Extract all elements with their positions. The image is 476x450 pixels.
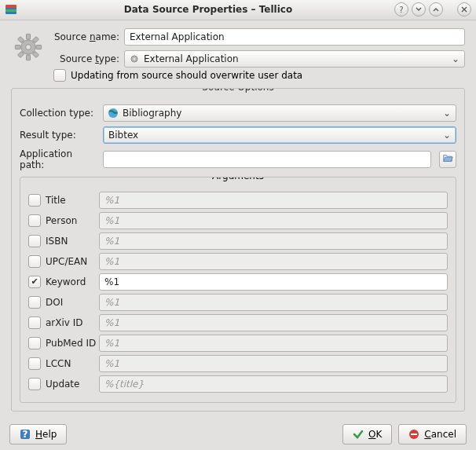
app-path-label: Application path: (20, 148, 98, 170)
gear-small-icon (128, 53, 141, 65)
source-type-label: Source type: (53, 53, 119, 64)
result-type-value: Bibtex (108, 130, 441, 141)
argument-row: Keyword (28, 273, 448, 291)
argument-label: Keyword (46, 276, 94, 287)
top-form-fields: Source name: Source type: External Appli… (53, 28, 465, 68)
cancel-button[interactable]: Cancel (398, 424, 467, 445)
titlebar-buttons: ? (394, 2, 471, 16)
titlebar: Data Source Properties – Tellico ? (0, 0, 476, 20)
top-form: Source name: Source type: External Appli… (11, 28, 465, 68)
argument-checkbox[interactable] (28, 316, 41, 329)
argument-row: UPC/EAN (28, 253, 448, 270)
content-area: Source name: Source type: External Appli… (0, 20, 476, 419)
argument-checkbox[interactable] (28, 214, 41, 227)
argument-row: ISBN (28, 232, 448, 250)
argument-input[interactable] (99, 253, 448, 270)
argument-input[interactable] (99, 355, 448, 372)
svg-rect-8 (36, 45, 42, 49)
argument-row: Update (28, 375, 448, 393)
collection-type-label: Collection type: (20, 108, 98, 119)
source-type-value: External Application (144, 53, 450, 64)
argument-label: arXiv ID (46, 317, 94, 328)
argument-label: Title (46, 195, 94, 206)
button-bar: ? Help OK Cancel (0, 419, 476, 450)
argument-input[interactable] (99, 314, 448, 331)
svg-point-4 (26, 44, 31, 49)
app-icon (5, 3, 17, 16)
argument-input[interactable] (99, 192, 448, 209)
chevron-down-icon: ⌄ (450, 53, 461, 64)
argument-checkbox[interactable] (28, 276, 41, 288)
svg-point-14 (134, 57, 136, 60)
gear-icon (13, 31, 44, 63)
minimize-button[interactable] (412, 2, 426, 16)
svg-rect-19 (411, 434, 417, 435)
argument-label: Update (46, 379, 94, 390)
svg-rect-2 (5, 9, 16, 12)
argument-checkbox[interactable] (28, 235, 41, 247)
overwrite-checkbox[interactable] (53, 69, 66, 82)
argument-checkbox[interactable] (28, 337, 41, 349)
argument-label: UPC/EAN (46, 256, 94, 267)
argument-input[interactable] (99, 232, 448, 250)
argument-label: PubMed ID (46, 338, 94, 349)
argument-checkbox[interactable] (28, 194, 41, 207)
argument-row: LCCN (28, 355, 448, 372)
browse-button[interactable] (439, 151, 456, 168)
app-path-input[interactable] (103, 151, 431, 168)
arguments-title: Arguments (207, 177, 269, 181)
svg-rect-6 (27, 55, 31, 60)
argument-checkbox[interactable] (28, 296, 41, 309)
argument-input[interactable] (99, 375, 448, 393)
ok-icon (353, 429, 364, 440)
ok-button[interactable]: OK (342, 424, 392, 445)
maximize-button[interactable] (429, 2, 443, 16)
argument-row: arXiv ID (28, 314, 448, 331)
arguments-list: TitlePersonISBNUPC/EANKeywordDOIarXiv ID… (28, 192, 448, 393)
svg-text:?: ? (23, 429, 28, 440)
arguments-group: Arguments TitlePersonISBNUPC/EANKeywordD… (20, 177, 456, 403)
argument-checkbox[interactable] (28, 255, 41, 268)
help-titlebar-button[interactable]: ? (394, 2, 408, 16)
argument-label: LCCN (46, 358, 94, 369)
source-name-input[interactable] (124, 28, 465, 46)
collection-type-combo[interactable]: Bibliography ⌄ (103, 104, 456, 122)
argument-label: ISBN (46, 236, 94, 247)
cancel-icon (408, 429, 419, 440)
window-title: Data Source Properties – Tellico (22, 4, 394, 15)
argument-input[interactable] (99, 273, 448, 291)
chevron-down-icon: ⌄ (441, 130, 452, 141)
help-button[interactable]: ? Help (9, 424, 67, 445)
dialog-window: Data Source Properties – Tellico ? (0, 0, 476, 450)
svg-rect-5 (27, 34, 31, 39)
svg-rect-1 (5, 5, 16, 8)
source-options-title: Source Options (197, 88, 278, 93)
close-button[interactable] (457, 2, 471, 16)
result-type-combo[interactable]: Bibtex ⌄ (103, 126, 456, 144)
collection-type-value: Bibliography (123, 108, 441, 119)
argument-row: Title (28, 192, 448, 209)
argument-label: Person (46, 215, 94, 226)
overwrite-label: Updating from source should overwrite us… (71, 70, 302, 81)
source-options-group: Source Options Collection type: Bibliogr… (11, 88, 465, 412)
chevron-down-icon: ⌄ (441, 108, 452, 119)
argument-label: DOI (46, 297, 94, 308)
source-type-combo[interactable]: External Application ⌄ (124, 50, 465, 68)
argument-row: Person (28, 212, 448, 229)
svg-rect-7 (15, 45, 20, 49)
argument-input[interactable] (99, 212, 448, 229)
folder-open-icon (442, 152, 453, 166)
argument-checkbox[interactable] (28, 357, 41, 370)
argument-checkbox[interactable] (28, 378, 41, 390)
argument-input[interactable] (99, 294, 448, 311)
argument-input[interactable] (99, 335, 448, 352)
argument-row: PubMed ID (28, 335, 448, 352)
help-icon: ? (20, 429, 31, 440)
globe-icon (107, 107, 119, 119)
source-name-label: Source name: (53, 31, 119, 42)
source-icon-column (11, 28, 46, 68)
argument-row: DOI (28, 294, 448, 311)
result-type-label: Result type: (20, 130, 98, 141)
overwrite-row: Updating from source should overwrite us… (53, 69, 465, 82)
